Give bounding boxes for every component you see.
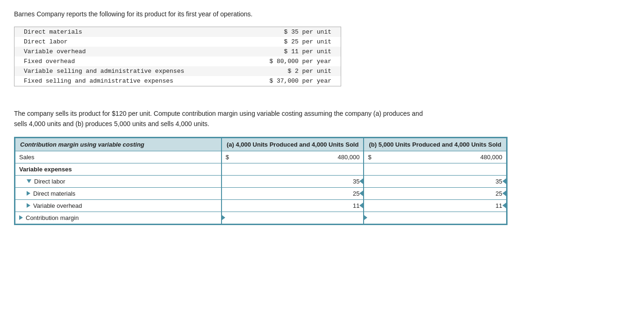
cost-value: $ 35 per unit — [194, 27, 341, 37]
sub-col-b-value: 11 — [364, 199, 506, 212]
col-a-indicator — [359, 191, 363, 196]
col-a-indicator — [359, 178, 363, 184]
section-header-label: Variable expenses — [15, 163, 222, 175]
sub-col-a-value: 35 — [222, 175, 364, 187]
col-b-indicator — [502, 203, 506, 208]
table-header-label: Contribution margin using variable costi… — [15, 138, 222, 151]
total-col-a-indicator — [222, 215, 225, 220]
sub-col-a-value: 11 — [222, 199, 364, 212]
arrow-down-icon — [27, 179, 31, 183]
section-col-a — [222, 163, 364, 175]
intro-paragraph: Barnes Company reports the following for… — [14, 9, 630, 19]
total-arrow-icon — [19, 215, 23, 220]
sales-col-b-value: 480,000 — [413, 151, 506, 163]
sub-col-a-value: 25 — [222, 187, 364, 199]
cost-table-wrapper: Direct materials $ 35 per unit Direct la… — [14, 27, 341, 86]
sub-col-b-value: 25 — [364, 187, 506, 199]
col-a-indicator — [359, 203, 363, 208]
total-col-b — [364, 212, 506, 224]
cost-value: $ 25 per unit — [194, 37, 341, 47]
description-paragraph: The company sells its product for $120 p… — [14, 108, 435, 129]
cost-label: Variable selling and administrative expe… — [14, 66, 194, 76]
contribution-margin-table: Contribution margin using variable costi… — [15, 138, 507, 224]
total-col-b-indicator — [364, 215, 367, 220]
cost-table: Direct materials $ 35 per unit Direct la… — [14, 27, 341, 86]
table-header-col-a: (a) 4,000 Units Produced and 4,000 Units… — [222, 138, 364, 151]
sales-label: Sales — [15, 151, 222, 163]
main-table-wrapper: Contribution margin using variable costi… — [14, 137, 508, 225]
col-b-indicator — [502, 191, 506, 196]
sales-col-a-dollar: $ — [222, 151, 270, 163]
cost-label: Direct labor — [14, 37, 194, 47]
sub-col-b-value: 35 — [364, 175, 506, 187]
cost-label: Fixed overhead — [14, 57, 194, 66]
cost-value: $ 2 per unit — [194, 66, 341, 76]
total-label: Contribution margin — [15, 212, 222, 224]
sub-label: Direct labor — [15, 175, 222, 187]
arrow-right-icon — [27, 203, 30, 208]
cost-label: Direct materials — [14, 27, 194, 37]
arrow-right-icon — [27, 191, 30, 196]
sales-col-b-dollar: $ — [364, 151, 412, 163]
sub-label: Variable overhead — [15, 199, 222, 212]
cost-value: $ 80,000 per year — [194, 57, 341, 66]
sub-label: Direct materials — [15, 187, 222, 199]
cost-label: Fixed selling and administrative expense… — [14, 76, 194, 86]
sales-col-a-value: 480,000 — [270, 151, 364, 163]
section-col-b — [364, 163, 506, 175]
table-header-col-b: (b) 5,000 Units Produced and 4,000 Units… — [364, 138, 506, 151]
cost-value: $ 37,000 per year — [194, 76, 341, 86]
col-b-indicator — [502, 178, 506, 184]
total-col-a — [222, 212, 364, 224]
cost-value: $ 11 per unit — [194, 47, 341, 57]
cost-label: Variable overhead — [14, 47, 194, 57]
